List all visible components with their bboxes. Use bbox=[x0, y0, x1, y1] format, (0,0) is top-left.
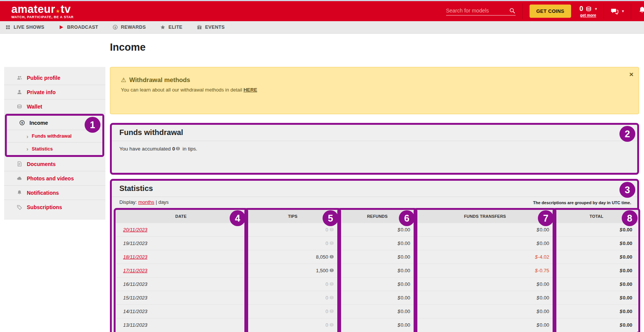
funds-transfers-cell: $0.00 bbox=[415, 236, 554, 250]
sidebar-item-funds-withdrawal[interactable]: ›Funds withdrawal bbox=[7, 130, 102, 143]
dollar-circle-icon: $ bbox=[17, 120, 26, 126]
annotation-box-income-group: 1$Income›Funds withdrawal›Statistics bbox=[5, 114, 104, 157]
chevron-down-icon: ▾ bbox=[622, 9, 624, 14]
coin-balance-menu[interactable]: 0 ▾ get more bbox=[579, 5, 597, 17]
sidebar-item-notifications[interactable]: Notifications bbox=[4, 186, 105, 200]
gift-icon bbox=[197, 25, 202, 30]
header-divider bbox=[604, 3, 604, 19]
close-icon[interactable]: × bbox=[629, 71, 633, 78]
table-row: 19/11/20230$0.00$0.00$0.00 bbox=[116, 236, 638, 250]
total-cell: $0.00 bbox=[554, 223, 638, 236]
tips-cell: 8,050 bbox=[246, 250, 339, 264]
bell-icon bbox=[638, 6, 644, 14]
main-content: ⚠ Withdrawal methods You can learn about… bbox=[110, 67, 639, 332]
annotation-circle-2: 2 bbox=[619, 126, 635, 142]
nav-label: REWARDS bbox=[121, 25, 146, 30]
document-icon bbox=[15, 161, 24, 167]
sidebar-item-private-info[interactable]: Private info bbox=[4, 85, 105, 99]
sidebar-item-public-profile[interactable]: Public profile bbox=[4, 71, 105, 85]
date-link[interactable]: 18/11/2023 bbox=[123, 254, 147, 260]
get-coins-button[interactable]: GET COINS bbox=[530, 5, 571, 18]
search-icon[interactable] bbox=[509, 7, 516, 14]
sidebar-item-photos-and-videos[interactable]: Photos and videos bbox=[4, 171, 105, 186]
logo-text: amateur★tv bbox=[11, 4, 74, 15]
notifications-button[interactable]: 1 bbox=[638, 6, 644, 17]
tips-cell: 0 bbox=[246, 223, 339, 236]
nav-item-rewards[interactable]: $REWARDS bbox=[113, 25, 146, 30]
logo-star-icon: ★ bbox=[56, 9, 60, 14]
search-input[interactable] bbox=[446, 8, 507, 14]
sidebar-item-statistics[interactable]: ›Statistics bbox=[7, 143, 102, 155]
funds-withdrawal-section: 2 Funds withdrawal You have accumulated … bbox=[110, 123, 639, 175]
refunds-cell: $0.00 bbox=[339, 236, 415, 250]
tips-cell: 0 bbox=[246, 318, 339, 332]
page-title: Income bbox=[110, 42, 146, 53]
top-header: amateur★tv WATCH, PARTICIPATE, BE A STAR… bbox=[0, 1, 644, 21]
header-divider bbox=[522, 3, 523, 19]
coin-icon bbox=[329, 282, 334, 286]
table-row: 18/11/20238,050$0.00$-4.02$0.00 bbox=[116, 250, 638, 264]
header-right: GET COINS 0 ▾ get more ▾ 1 bbox=[446, 3, 644, 19]
coin-icon bbox=[329, 268, 334, 273]
coin-icon bbox=[329, 309, 334, 313]
coin-icon bbox=[329, 227, 334, 232]
nav-item-elite[interactable]: ELITE bbox=[160, 25, 182, 30]
brand-tagline: WATCH, PARTICIPATE, BE A STAR bbox=[11, 16, 74, 19]
display-label: Display: bbox=[119, 199, 137, 205]
main-nav: LIVE SHOWSBROADCAST$REWARDSELITEEVENTS bbox=[0, 21, 644, 34]
date-link[interactable]: 17/11/2023 bbox=[123, 268, 147, 273]
nav-item-live-shows[interactable]: LIVE SHOWS bbox=[5, 25, 44, 30]
total-cell: $0.00 bbox=[554, 304, 638, 318]
tips-cell: 0 bbox=[246, 236, 339, 250]
total-cell: $0.00 bbox=[554, 250, 638, 264]
statistics-table-zone: DATETIPSREFUNDSFUNDS TRANSFERSTOTAL 20/1… bbox=[116, 208, 633, 332]
refunds-cell: $0.00 bbox=[339, 277, 415, 291]
get-more-link[interactable]: get more bbox=[580, 13, 596, 17]
sidebar-item-wallet[interactable]: Wallet bbox=[4, 99, 105, 114]
banner-title: ⚠ Withdrawal methods bbox=[121, 76, 628, 84]
cloud-icon bbox=[15, 175, 24, 181]
svg-text:$: $ bbox=[114, 26, 116, 29]
tag-icon bbox=[15, 205, 24, 210]
display-days-current: days bbox=[158, 199, 168, 205]
chevron-right-icon: › bbox=[26, 133, 28, 140]
chat-icon bbox=[611, 8, 618, 15]
sidebar-item-label: Funds withdrawal bbox=[32, 133, 72, 139]
table-row: 13/11/20230$0.00$0.00$0.00 bbox=[116, 318, 638, 332]
chevron-right-icon: › bbox=[26, 146, 28, 152]
logo-left: amateur bbox=[11, 4, 55, 15]
date-link[interactable]: 20/11/2023 bbox=[123, 227, 147, 233]
messages-menu[interactable]: ▾ bbox=[611, 8, 624, 15]
brand-logo[interactable]: amateur★tv WATCH, PARTICIPATE, BE A STAR bbox=[11, 4, 74, 19]
statistics-title: Statistics bbox=[112, 181, 637, 197]
statistics-table: DATETIPSREFUNDSFUNDS TRANSFERSTOTAL 20/1… bbox=[116, 210, 638, 332]
sidebar-item-label: Wallet bbox=[27, 104, 42, 110]
chevron-down-icon: ▾ bbox=[595, 6, 597, 11]
settings-sidebar: Public profilePrivate infoWallet1$Income… bbox=[4, 67, 105, 220]
funds-withdrawal-title: Funds withdrawal bbox=[112, 125, 637, 141]
column-header-funds-transfers: FUNDS TRANSFERS bbox=[415, 210, 554, 223]
date-cell: 16/11/2023 bbox=[116, 277, 246, 291]
sidebar-item-label: Public profile bbox=[27, 75, 60, 81]
logo-right: tv bbox=[60, 4, 71, 15]
nav-item-events[interactable]: EVENTS bbox=[197, 25, 225, 30]
nav-label: LIVE SHOWS bbox=[14, 25, 44, 30]
funds-transfers-cell: $0.00 bbox=[415, 277, 554, 291]
header-divider bbox=[631, 3, 631, 19]
coin-icon bbox=[329, 241, 334, 245]
sidebar-item-label: Photos and videos bbox=[27, 175, 74, 182]
total-cell: $0.00 bbox=[554, 264, 638, 277]
banner-body-text: You can learn about all our withdrawal m… bbox=[121, 87, 242, 93]
sidebar-item-label: Notifications bbox=[27, 190, 59, 196]
total-cell: $0.00 bbox=[554, 291, 638, 304]
model-search bbox=[446, 7, 516, 16]
sidebar-item-subscriptions[interactable]: Subscriptions bbox=[4, 200, 105, 214]
here-link[interactable]: HERE bbox=[244, 87, 257, 93]
funds-transfers-cell: $0.00 bbox=[415, 318, 554, 332]
date-cell: 14/11/2023 bbox=[116, 304, 246, 318]
sidebar-item-documents[interactable]: Documents bbox=[4, 157, 105, 171]
table-row: 14/11/20230$0.00$0.00$0.00 bbox=[116, 304, 638, 318]
nav-item-broadcast[interactable]: BROADCAST bbox=[59, 25, 98, 30]
display-months-link[interactable]: months bbox=[138, 199, 154, 205]
date-cell: 20/11/2023 bbox=[116, 223, 246, 236]
